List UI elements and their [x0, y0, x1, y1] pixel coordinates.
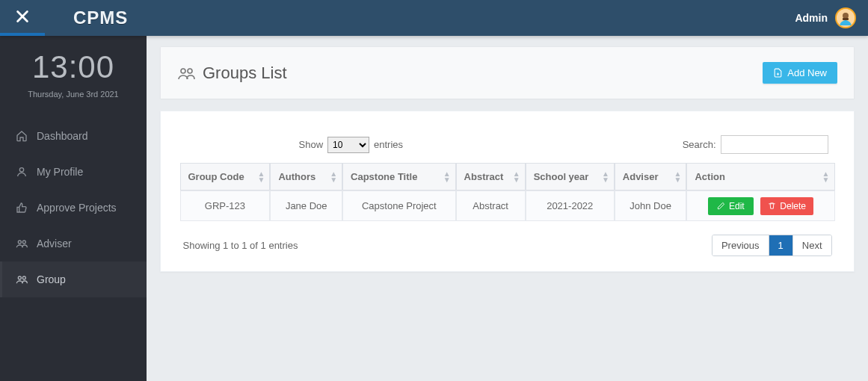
user-icon — [16, 166, 28, 178]
groups-table: Group Code▲▼ Authors▲▼ Capstone Title▲▼ … — [180, 163, 835, 221]
delete-button[interactable]: Delete — [760, 197, 813, 215]
col-abstract[interactable]: Abstract▲▼ — [456, 163, 526, 190]
sort-icon: ▲▼ — [602, 171, 609, 183]
file-plus-icon — [773, 68, 783, 78]
pagination: Previous 1 Next — [712, 235, 832, 256]
add-button-label: Add New — [787, 67, 827, 78]
sort-icon: ▲▼ — [822, 171, 830, 183]
svg-rect-4 — [843, 18, 849, 20]
thumbs-up-icon — [16, 202, 28, 214]
users-icon — [16, 238, 28, 250]
panel-body: Show 10 entries Search: Group Code▲▼ Aut… — [160, 111, 855, 272]
close-icon — [14, 8, 31, 25]
svg-point-11 — [188, 69, 192, 73]
sidebar-item-group[interactable]: Group — [0, 261, 147, 297]
brand-title: CPMS — [73, 7, 128, 28]
clock-time: 13:00 — [6, 49, 141, 85]
col-action: Action▲▼ — [686, 163, 834, 190]
svg-point-6 — [18, 241, 21, 244]
edit-button[interactable]: Edit — [708, 197, 754, 215]
user-avatar-icon — [837, 9, 855, 27]
svg-point-5 — [19, 168, 23, 172]
cell-group-code: GRP-123 — [180, 190, 271, 221]
sidebar-item-label: Dashboard — [37, 130, 88, 142]
cell-authors: Jane Doe — [270, 190, 342, 221]
svg-point-8 — [18, 276, 21, 279]
sidebar-item-adviser[interactable]: Adviser — [0, 226, 147, 261]
col-adviser[interactable]: Adviser▲▼ — [615, 163, 687, 190]
main-content: Groups List Add New Show 10 entries Sear… — [147, 36, 868, 381]
svg-point-3 — [843, 13, 849, 19]
svg-point-7 — [22, 241, 25, 244]
topbar: CPMS Admin — [0, 0, 868, 36]
cell-actions: Edit Delete — [686, 190, 834, 221]
sort-icon: ▲▼ — [674, 171, 682, 183]
home-icon — [16, 130, 28, 142]
table-row: GRP-123 Jane Doe Capstone Project Abstra… — [180, 190, 835, 221]
svg-point-9 — [22, 276, 25, 279]
admin-name[interactable]: Admin — [795, 12, 828, 24]
col-capstone-title[interactable]: Capstone Title▲▼ — [342, 163, 456, 190]
cell-adviser: John Doe — [615, 190, 687, 221]
search-label: Search: — [683, 139, 716, 150]
page-prev[interactable]: Previous — [712, 235, 769, 255]
entries-info: Showing 1 to 1 of 1 entries — [183, 240, 298, 251]
entries-select[interactable]: 10 — [327, 137, 369, 153]
sort-icon: ▲▼ — [330, 171, 337, 183]
sort-icon: ▲▼ — [443, 171, 451, 183]
groups-icon — [177, 64, 195, 82]
menu-toggle-button[interactable] — [0, 0, 45, 36]
avatar[interactable] — [835, 7, 856, 28]
sidebar: 13:00 Thursday, June 3rd 2021 Dashboard … — [0, 36, 147, 381]
sidebar-item-label: Group — [37, 273, 66, 285]
col-school-year[interactable]: School year▲▼ — [526, 163, 615, 190]
page-1[interactable]: 1 — [769, 235, 792, 255]
sidebar-item-label: My Profile — [37, 166, 83, 178]
add-new-button[interactable]: Add New — [763, 62, 837, 84]
cell-abstract: Abstract — [456, 190, 526, 221]
sort-icon: ▲▼ — [513, 171, 520, 183]
sort-icon: ▲▼ — [257, 171, 265, 183]
sidebar-item-label: Approve Projects — [37, 202, 117, 214]
clock-date: Thursday, June 3rd 2021 — [6, 90, 141, 99]
svg-point-10 — [181, 69, 185, 73]
col-authors[interactable]: Authors▲▼ — [270, 163, 342, 190]
sidebar-item-label: Adviser — [37, 238, 72, 250]
col-group-code[interactable]: Group Code▲▼ — [180, 163, 271, 190]
search-input[interactable] — [721, 135, 828, 154]
sidebar-item-my-profile[interactable]: My Profile — [0, 154, 147, 190]
page-next[interactable]: Next — [792, 235, 831, 255]
page-title: Groups List — [203, 64, 287, 83]
group-icon — [16, 273, 28, 285]
trash-icon — [768, 202, 776, 210]
sidebar-item-approve-projects[interactable]: Approve Projects — [0, 190, 147, 226]
show-prefix: Show — [299, 139, 324, 150]
panel-header: Groups List Add New — [160, 46, 855, 99]
show-suffix: entries — [374, 139, 403, 150]
cell-title: Capstone Project — [342, 190, 456, 221]
sidebar-item-dashboard[interactable]: Dashboard — [0, 118, 147, 154]
cell-year: 2021-2022 — [526, 190, 615, 221]
pencil-icon — [717, 202, 725, 210]
